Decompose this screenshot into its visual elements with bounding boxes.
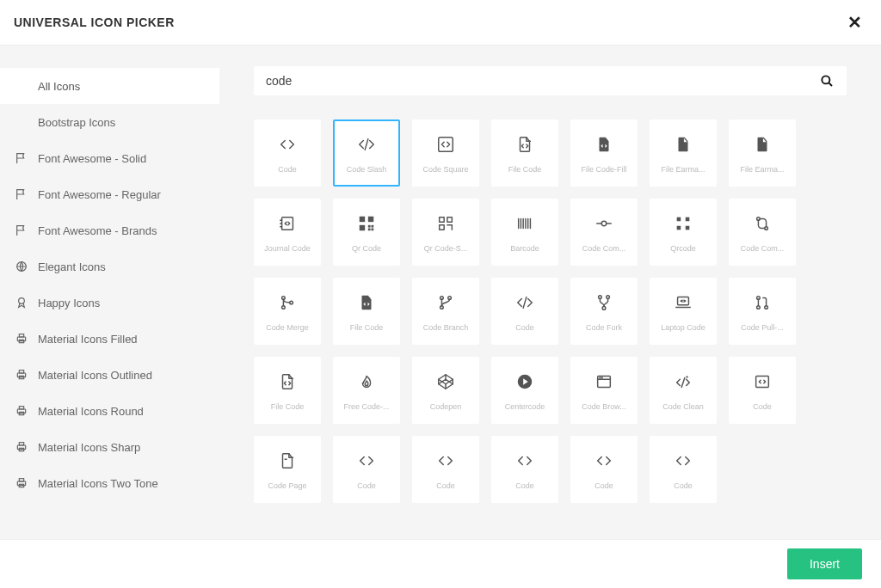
icon-card[interactable]: Code Fork (570, 278, 638, 345)
sidebar-item[interactable]: Font Awesome - Regular (0, 176, 219, 212)
icon-card[interactable]: Qr Code-S... (412, 199, 479, 266)
icon-label: Code Fork (586, 323, 622, 332)
icon-label: Code Clean (662, 402, 704, 411)
code-square-icon (434, 132, 458, 156)
sidebar-item-label: Material Icons Sharp (38, 441, 140, 454)
svg-rect-15 (19, 479, 23, 481)
branch-icon (434, 291, 458, 315)
icon-label: File Code (271, 402, 305, 411)
close-button[interactable]: ✕ (842, 10, 867, 34)
icon-card[interactable]: Qrcode (650, 199, 717, 266)
svg-rect-3 (19, 334, 23, 337)
icon-label: Code Merge (266, 323, 309, 332)
library-icon (14, 259, 29, 274)
icon-card[interactable]: Code (412, 436, 479, 503)
icon-label: Code Slash (347, 165, 387, 174)
icon-card[interactable]: Free Code-... (333, 357, 400, 424)
search-icon (819, 73, 835, 89)
icon-label: Code Square (422, 165, 468, 174)
svg-line-56 (523, 297, 527, 309)
sidebar-item[interactable]: Material Icons Outlined (0, 357, 219, 393)
icon-card[interactable]: Code Branch (412, 278, 479, 345)
icon-card[interactable]: Codepen (412, 357, 479, 424)
svg-point-59 (602, 307, 606, 310)
icon-label: Code (674, 481, 693, 490)
icon-label: Qrcode (670, 244, 696, 253)
insert-button[interactable]: Insert (787, 548, 862, 579)
icon-card[interactable]: File Code (491, 119, 558, 187)
icon-card[interactable]: Code (333, 436, 400, 503)
icon-card[interactable]: Qr Code (333, 199, 400, 266)
icon-card[interactable]: Code Com... (570, 199, 638, 266)
svg-rect-30 (368, 229, 371, 231)
svg-point-73 (601, 377, 602, 378)
svg-rect-46 (677, 226, 681, 230)
icon-card[interactable]: Barcode (491, 199, 558, 266)
icon-label: File Code (350, 323, 384, 332)
icon-card[interactable]: Code Slash (333, 119, 400, 187)
fire-icon (354, 370, 379, 394)
sidebar-item[interactable]: All Icons (0, 68, 219, 104)
icon-grid-wrap[interactable]: CodeCode SlashCode SquareFile CodeFile C… (254, 119, 847, 529)
icon-card[interactable]: Code Square (412, 119, 479, 187)
icon-card[interactable]: File Code (333, 278, 400, 345)
qr-icon (354, 211, 379, 236)
library-icon (14, 223, 29, 238)
icon-label: Free Code-... (343, 402, 389, 411)
file-code-fill-icon (354, 291, 379, 315)
library-icon (14, 295, 29, 310)
sidebar-item[interactable]: Material Icons Filled (0, 321, 219, 357)
fork-icon (592, 291, 616, 315)
header: UNIVERSAL ICON PICKER ✕ (0, 0, 881, 46)
icon-label: Code (595, 481, 613, 490)
icon-card[interactable]: Code Brow... (570, 357, 638, 424)
sidebar-item-label: All Icons (38, 80, 80, 93)
svg-rect-45 (686, 217, 690, 222)
icon-card[interactable]: Code (650, 436, 717, 503)
centercode-icon (513, 370, 537, 394)
icon-card[interactable]: Code (491, 436, 558, 503)
icon-card[interactable]: Code (254, 119, 321, 187)
sidebar-item[interactable]: Material Icons Round (0, 393, 219, 429)
icon-card[interactable]: File Code (254, 357, 321, 424)
svg-rect-12 (19, 443, 23, 445)
icon-label: Code (436, 481, 455, 490)
sidebar-item[interactable]: Material Icons Two Tone (0, 465, 219, 501)
sidebar-item[interactable]: Font Awesome - Solid (0, 140, 219, 176)
icon-card[interactable]: Journal Code (254, 199, 321, 266)
code-icon (592, 449, 616, 473)
codepen-icon (434, 370, 458, 394)
icon-label: Qr Code (352, 244, 381, 253)
svg-rect-20 (439, 138, 453, 152)
icon-card[interactable]: Code (491, 278, 558, 345)
icon-card[interactable]: File Earma... (650, 119, 717, 187)
library-icon (14, 150, 29, 166)
icon-card[interactable]: Centercode (491, 357, 558, 424)
icon-card[interactable]: Code Pull-... (729, 278, 796, 345)
sidebar-item[interactable]: Elegant Icons (0, 248, 219, 285)
sidebar-item-label: Elegant Icons (38, 260, 106, 273)
svg-point-41 (601, 221, 607, 226)
code-icon (275, 132, 299, 156)
icon-label: Code Com... (741, 244, 785, 253)
svg-rect-75 (756, 377, 769, 388)
merge-icon (275, 291, 299, 315)
sidebar-item[interactable]: Material Icons Sharp (0, 429, 219, 465)
sidebar: All IconsBootstrap IconsFont Awesome - S… (0, 46, 219, 539)
sidebar-item[interactable]: Happy Icons (0, 285, 219, 321)
icon-card[interactable]: File Earma... (729, 119, 796, 187)
icon-card[interactable]: Code Clean (650, 357, 717, 424)
icon-card[interactable]: Laptop Code (650, 278, 717, 345)
sidebar-item[interactable]: Font Awesome - Brands (0, 212, 219, 248)
sidebar-item[interactable]: Bootstrap Icons (0, 104, 219, 140)
file-earmark-icon (671, 132, 695, 156)
icon-card[interactable]: File Code-Fill (570, 119, 638, 187)
pull-request-icon (750, 291, 774, 315)
icon-card[interactable]: Code (729, 357, 796, 424)
icon-card[interactable]: Code (570, 436, 638, 503)
code-slash-icon (354, 132, 379, 156)
icon-card[interactable]: Code Com... (729, 199, 796, 266)
icon-card[interactable]: Code Merge (254, 278, 321, 345)
search-input[interactable] (266, 74, 819, 88)
icon-card[interactable]: Code Page (254, 436, 321, 503)
